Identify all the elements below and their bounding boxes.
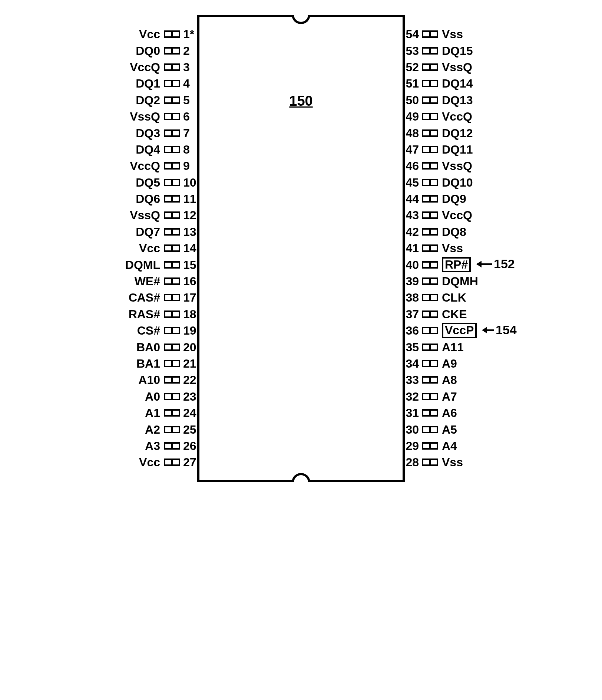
- pin-label: DQ7: [116, 226, 160, 238]
- pin-label: A11: [442, 341, 486, 353]
- pin-number: 27: [183, 456, 205, 468]
- pin-number: 37: [397, 308, 419, 320]
- pin-pad: [422, 409, 438, 417]
- pin-row: 39DQMH: [397, 273, 486, 289]
- pin-pad: [164, 47, 180, 55]
- pin-pad: [164, 344, 180, 351]
- pin-number: 45: [397, 177, 419, 188]
- pin-label: DQ3: [116, 127, 160, 139]
- pin-row: DQ713: [116, 224, 205, 240]
- pin-row: 35A11: [397, 339, 486, 355]
- pin-row: A023: [116, 388, 205, 405]
- pin-pad: [422, 376, 438, 384]
- pin-label: A1: [116, 407, 160, 419]
- pin-pad: [422, 442, 438, 450]
- pin-label: Vss: [442, 456, 486, 468]
- pin-row: Vcc14: [116, 240, 205, 256]
- pin-label: DQ12: [442, 127, 486, 139]
- pin-label: CLK: [442, 292, 486, 303]
- pin-pad: [164, 459, 180, 466]
- pin-number: 21: [183, 358, 205, 369]
- pin-number: 20: [183, 341, 205, 353]
- pin-row: 51DQ14: [397, 75, 486, 92]
- pin-row: A1022: [116, 372, 205, 388]
- pin-row: 43VccQ: [397, 207, 486, 223]
- notch-bottom: [292, 473, 310, 482]
- pin-number: 46: [397, 160, 419, 172]
- pin-pad: [164, 211, 180, 219]
- pin-number: 49: [397, 111, 419, 122]
- pin-row: BA121: [116, 355, 205, 372]
- pin-pad: [164, 80, 180, 87]
- pin-number: 51: [397, 78, 419, 89]
- pin-number: 1*: [183, 28, 205, 40]
- pin-row: A326: [116, 438, 205, 454]
- pin-number: 36: [397, 325, 419, 336]
- pin-number: 40: [397, 259, 419, 271]
- pin-label: A0: [116, 391, 160, 402]
- pin-number: 38: [397, 292, 419, 303]
- pin-label: A5: [442, 424, 486, 436]
- pin-label: A3: [116, 440, 160, 452]
- pin-pad: [422, 96, 438, 104]
- pin-label: DQ14: [442, 78, 486, 89]
- pin-label: BA1: [116, 358, 160, 369]
- pin-number: 39: [397, 275, 419, 287]
- pin-number: 16: [183, 275, 205, 287]
- pin-label: DQ4: [116, 144, 160, 155]
- pin-pad: [422, 47, 438, 55]
- pin-row: 34A9: [397, 355, 486, 372]
- pin-pad: [164, 442, 180, 450]
- pin-row: 52VssQ: [397, 59, 486, 75]
- callout-line-154: [483, 329, 494, 331]
- pin-number: 15: [183, 259, 205, 271]
- pins-left: Vcc1*DQ02VccQ3DQ14DQ25VssQ6DQ37DQ48VccQ9…: [116, 26, 205, 471]
- pin-label: DQ11: [442, 144, 486, 155]
- pin-pad: [422, 30, 438, 38]
- pin-row: VssQ12: [116, 207, 205, 223]
- pin-number: 22: [183, 374, 205, 386]
- pin-label: DQ15: [442, 45, 486, 57]
- pin-pad: [164, 360, 180, 367]
- pin-number: 26: [183, 440, 205, 452]
- pin-label: VccQ: [116, 61, 160, 73]
- pin-number: 13: [183, 226, 205, 238]
- pin-number: 18: [183, 308, 205, 320]
- pin-label: DQ13: [442, 94, 486, 106]
- pin-pad: [164, 30, 180, 38]
- pin-number: 7: [183, 127, 205, 139]
- pin-number: 54: [397, 28, 419, 40]
- pin-row: DQ611: [116, 191, 205, 207]
- pin-label: DQML: [116, 259, 160, 271]
- pin-pad: [422, 459, 438, 466]
- pin-pad: [422, 261, 438, 269]
- pin-number: 28: [397, 456, 419, 468]
- pin-row: 28Vss: [397, 454, 486, 470]
- pin-row: 36VccP: [397, 322, 486, 339]
- pin-number: 3: [183, 61, 205, 73]
- pin-label: CKE: [442, 308, 486, 320]
- pin-label: DQ9: [442, 193, 486, 205]
- pin-row: VssQ6: [116, 108, 205, 125]
- pin-label: VccQ: [442, 111, 486, 122]
- pin-row: 42DQ8: [397, 224, 486, 240]
- pin-pad: [164, 195, 180, 203]
- pin-row: 37CKE: [397, 306, 486, 322]
- pin-row: DQ37: [116, 125, 205, 141]
- pin-label: VccQ: [442, 209, 486, 221]
- pin-number: 19: [183, 325, 205, 336]
- pin-pad: [164, 96, 180, 104]
- pin-number: 9: [183, 160, 205, 172]
- pin-pad: [164, 393, 180, 400]
- pin-label: DQ2: [116, 94, 160, 106]
- pin-row: DQ14: [116, 75, 205, 92]
- pin-number: 2: [183, 45, 205, 57]
- pin-row: RAS#18: [116, 306, 205, 322]
- pin-row: WE#16: [116, 273, 205, 289]
- pin-pad: [422, 179, 438, 186]
- pins-right: 54Vss53DQ1552VssQ51DQ1450DQ1349VccQ48DQ1…: [397, 26, 486, 471]
- pin-label: DQ0: [116, 45, 160, 57]
- pin-label: VccP: [442, 323, 486, 338]
- callout-line-152: [477, 263, 492, 265]
- pin-number: 44: [397, 193, 419, 205]
